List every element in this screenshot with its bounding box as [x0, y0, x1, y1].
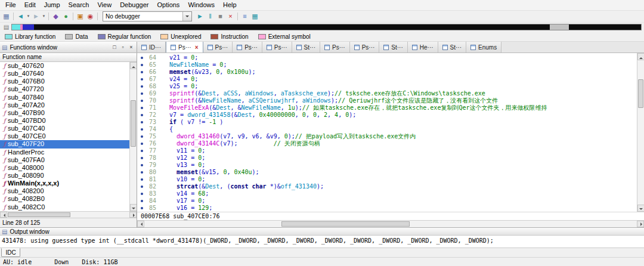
debugger-select[interactable]: No debugger	[103, 11, 192, 21]
pause-process-icon[interactable]: ‖	[205, 12, 215, 21]
function-row[interactable]: ƒsub_407C40	[0, 125, 137, 132]
column-header-function-name[interactable]: Function name	[0, 53, 137, 62]
code-line[interactable]: 85 v16 = 129;	[140, 205, 644, 212]
navband-settings-icon[interactable]: ▤	[1, 23, 11, 32]
line-marker-icon[interactable]	[140, 54, 145, 61]
line-marker-icon[interactable]	[140, 97, 145, 104]
float-icon[interactable]: ▫	[119, 44, 126, 51]
code-line[interactable]: 84 v17 = 0;	[140, 197, 644, 205]
navigation-band[interactable]	[11, 24, 642, 30]
code-line[interactable]: 81 v10 = 0;	[140, 176, 644, 183]
tab-idc[interactable]: IDC	[1, 248, 20, 257]
scroll-down-icon[interactable]	[637, 205, 644, 212]
function-row[interactable]: ƒsub_407A20	[0, 101, 137, 109]
line-marker-icon[interactable]	[140, 119, 145, 126]
functions-vscrollbar[interactable]	[129, 62, 137, 211]
stop-process-icon[interactable]: ■	[215, 12, 225, 21]
function-row[interactable]: ƒsub_4082B0	[0, 195, 137, 203]
code-line[interactable]: 79 v13 = 0;	[140, 162, 644, 169]
code-line[interactable]: 75 dword_431460(v7, v9, v6, &v9, 0);// 把…	[140, 133, 644, 140]
function-row[interactable]: ƒsub_4082C0	[0, 203, 137, 211]
function-row[interactable]: ƒsub_407620	[0, 62, 137, 70]
tab-3[interactable]: Ps···	[233, 42, 262, 52]
bookmark-icon[interactable]: ◉	[85, 12, 95, 21]
function-row[interactable]: ƒsub_408000	[0, 164, 137, 172]
close-icon[interactable]: ×	[128, 44, 135, 51]
menu-view[interactable]: View	[93, 0, 116, 10]
line-marker-icon[interactable]	[140, 205, 145, 212]
function-row[interactable]: ƒsub_407840	[0, 94, 137, 101]
function-row[interactable]: ƒsub_407B90	[0, 109, 137, 117]
code-line[interactable]: 78 v12 = 0;	[140, 154, 644, 162]
line-marker-icon[interactable]	[140, 140, 145, 147]
function-row[interactable]: ƒWinMain(x,x,x,x)	[0, 180, 137, 187]
band-segment-4[interactable]	[550, 24, 569, 30]
maximize-icon[interactable]: □	[111, 44, 118, 51]
function-row[interactable]: ƒsub_407640	[0, 70, 137, 78]
scroll-thumb[interactable]	[638, 79, 643, 108]
line-marker-icon[interactable]	[140, 112, 145, 119]
band-segment-0[interactable]	[12, 24, 20, 30]
scroll-down-icon[interactable]	[130, 204, 137, 211]
line-marker-icon[interactable]	[140, 69, 145, 76]
function-row[interactable]: ƒsub_408200	[0, 187, 137, 195]
code-line[interactable]: 83 v14 = 68;	[140, 190, 644, 197]
jump-target-icon[interactable]: ◆	[51, 12, 61, 21]
code-line[interactable]: 68 v25 = 0;	[140, 83, 644, 90]
line-marker-icon[interactable]	[140, 183, 145, 190]
code-line[interactable]: 82 strcat(&Dest, (const char *)&off_4313…	[140, 183, 644, 190]
tab-4[interactable]: Ps···	[262, 42, 292, 52]
tab-10[interactable]: St···	[438, 42, 466, 52]
code-line[interactable]: 80 memset(&v15, 0, 0x40u);	[140, 169, 644, 176]
code-line[interactable]: 73 if ( v7 != -1 )	[140, 119, 644, 126]
structures-icon[interactable]: ▦	[250, 12, 260, 21]
function-row[interactable]: ƒsub_4076B0	[0, 78, 137, 85]
function-row[interactable]: ƒsub_407BD0	[0, 117, 137, 125]
code-hscrollbar[interactable]	[137, 220, 644, 227]
code-line[interactable]: 77 v11 = 0;	[140, 147, 644, 154]
functions-hscrollbar[interactable]	[0, 211, 137, 218]
line-marker-icon[interactable]	[140, 104, 145, 112]
line-marker-icon[interactable]	[140, 83, 145, 90]
line-marker-icon[interactable]	[140, 126, 145, 133]
code-line[interactable]: 74 {	[140, 126, 644, 133]
code-line[interactable]: 72 v7 = dword_431458(&Dest, 0x40000000, …	[140, 112, 644, 119]
function-row[interactable]: ƒsub_407CE0	[0, 132, 137, 140]
data-view-icon[interactable]: ▣	[75, 12, 85, 21]
code-line[interactable]: 71 MoveFileExA(&Dest, &NewFileName, 1u);…	[140, 104, 644, 112]
line-marker-icon[interactable]	[140, 90, 145, 97]
function-row[interactable]: ƒHandlerProc	[0, 149, 137, 156]
code-vscrollbar[interactable]	[637, 53, 644, 212]
forward-icon[interactable]: ►	[31, 12, 41, 21]
scroll-track[interactable]	[130, 69, 137, 204]
line-marker-icon[interactable]	[140, 197, 145, 205]
scroll-right-icon[interactable]	[129, 212, 137, 218]
scroll-track[interactable]	[637, 60, 644, 205]
scroll-right-icon[interactable]	[637, 221, 644, 227]
line-marker-icon[interactable]	[140, 169, 145, 176]
tab-2[interactable]: Ps···	[203, 42, 233, 52]
band-segment-2[interactable]	[23, 24, 34, 30]
scroll-thumb[interactable]	[281, 221, 410, 227]
code-line[interactable]: 69 sprintf(&Dest, aCSS, aWindows, aTasks…	[140, 90, 644, 97]
tab-1[interactable]: Ps···×	[166, 42, 203, 52]
line-marker-icon[interactable]	[140, 162, 145, 169]
menu-options[interactable]: Options	[153, 0, 184, 10]
band-segment-3[interactable]	[34, 24, 550, 30]
scroll-thumb[interactable]	[131, 100, 136, 147]
tab-5[interactable]: St···	[292, 42, 320, 52]
code-line[interactable]: 65 NewFileName = 0;	[140, 61, 644, 69]
line-marker-icon[interactable]	[140, 76, 145, 83]
start-process-icon[interactable]: ►	[195, 12, 205, 21]
line-marker-icon[interactable]	[140, 133, 145, 140]
output-log[interactable]: 431478: using guessed type int (__stdcal…	[0, 236, 644, 248]
line-marker-icon[interactable]	[140, 154, 145, 162]
scroll-thumb[interactable]	[8, 212, 70, 217]
line-marker-icon[interactable]	[140, 61, 145, 69]
function-row[interactable]: ƒsub_407F20	[0, 140, 137, 148]
code-line[interactable]: 64 v21 = 0;	[140, 54, 644, 61]
line-marker-icon[interactable]	[140, 190, 145, 197]
tab-11[interactable]: Enums	[466, 42, 501, 52]
forward-dropdown-icon[interactable]: ▼	[41, 12, 47, 21]
function-row[interactable]: ƒsub_407720	[0, 85, 137, 93]
